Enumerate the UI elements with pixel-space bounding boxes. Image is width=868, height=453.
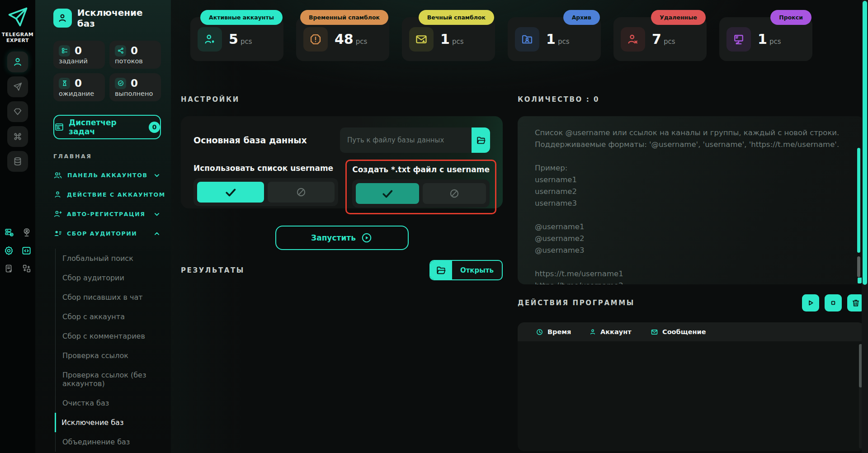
page-scrollbar-thumb[interactable]: [863, 1, 867, 285]
status-badge: Активные аккаунты: [200, 10, 283, 25]
rail-mini-icons: [4, 227, 32, 274]
toggle1-no-button[interactable]: [268, 182, 335, 203]
submenu-exclude-bases[interactable]: Исключение баз: [55, 413, 161, 432]
submenu-link-check[interactable]: Проверка ссылок: [56, 346, 161, 365]
stat-value: 0: [131, 77, 138, 89]
log-play-button[interactable]: [802, 294, 819, 311]
check-icon: [381, 187, 394, 200]
status-unit: pcs: [356, 38, 368, 46]
status-unit: pcs: [558, 38, 570, 46]
swap-boxes-icon[interactable]: [21, 263, 32, 274]
webcam-person-icon[interactable]: [21, 227, 32, 238]
document-check-icon[interactable]: [4, 263, 14, 274]
submenu-chat-writers[interactable]: Сбор писавших в чат: [56, 288, 161, 307]
status-badge: Удаленные: [651, 10, 706, 25]
stat-value: 0: [131, 45, 138, 57]
sidebar-section-label: ГЛАВНАЯ: [53, 153, 161, 160]
stat-tile-threads: 0 потоков: [109, 41, 161, 69]
database-icon: [13, 156, 23, 166]
chevron-up-icon: [153, 230, 161, 238]
code-window-icon[interactable]: [21, 245, 32, 256]
task-manager-badge: 0: [149, 122, 160, 133]
status-count: 7: [652, 31, 661, 47]
submenu-global-search[interactable]: Глобальный поиск: [56, 249, 161, 268]
placeholder-line: https://t.me/username2: [535, 280, 839, 284]
check-icon: [224, 185, 237, 199]
page-icon: [53, 9, 72, 28]
run-button[interactable]: Запустить: [275, 226, 409, 250]
status-card-archive: Архив 1pcs: [508, 17, 601, 61]
toggle-label: Создать *.txt файл с username: [352, 165, 490, 174]
status-count: 1: [440, 31, 450, 47]
gear-icon[interactable]: [4, 245, 14, 256]
chevron-down-icon: [153, 171, 161, 179]
status-card-perm-spamblock: Вечный спамблок 1pcs: [402, 17, 495, 61]
person-x-icon: [621, 27, 645, 52]
task-manager-label: Диспетчер задач: [69, 118, 144, 136]
chevron-down-icon: [153, 210, 161, 218]
column-label: Время: [547, 328, 571, 335]
placeholder-line: [535, 151, 839, 162]
textarea-scrollbar-thumb[interactable]: [857, 148, 860, 253]
placeholder-line: Поддерживаемые форматы: '@username', 'us…: [535, 139, 839, 151]
stat-label: ожидание: [59, 90, 99, 97]
folder-person-icon: [515, 27, 539, 52]
status-badge: Вечный спамблок: [419, 10, 494, 25]
share-icon: [115, 45, 126, 57]
rail-accounts-button[interactable]: [7, 52, 28, 72]
browse-db-button[interactable]: [472, 127, 490, 153]
column-message: Сообщение: [651, 328, 706, 336]
trash-icon: [851, 298, 860, 307]
task-manager-button[interactable]: Диспетчер задач 0: [53, 115, 161, 139]
stat-label: заданий: [59, 57, 99, 65]
results-heading: РЕЗУЛЬТАТЫ: [181, 266, 245, 274]
page-scrollbar[interactable]: [862, 0, 868, 453]
nav-accounts-panel[interactable]: ПАНЕЛЬ АККАУНТОВ: [53, 165, 161, 185]
status-unit: pcs: [769, 38, 781, 46]
placeholder-line: Список @username или ссылок на каналы и …: [535, 127, 839, 139]
submenu-link-check-no-accounts[interactable]: Проверка ссылок (без аккаунтов): [56, 365, 161, 393]
submenu-audience-collection[interactable]: Сбор аудитории: [56, 268, 161, 288]
log-stop-button[interactable]: [825, 294, 842, 311]
open-results-button[interactable]: Открыть: [429, 260, 503, 280]
status-count: 1: [758, 31, 767, 47]
server-check-icon[interactable]: [4, 227, 14, 238]
mail-icon: [651, 328, 658, 336]
nav-audience-collection[interactable]: СБОР АУДИТОРИИ: [53, 224, 161, 243]
toggle-label: Использовать список username: [193, 164, 338, 173]
stat-value: 0: [75, 45, 82, 57]
status-card-active-accounts: Активные аккаунты 5pcs: [190, 17, 283, 61]
placeholder-line: https://t.me/username1: [535, 268, 839, 280]
toggle1-yes-button[interactable]: [197, 182, 264, 203]
rail-send-button[interactable]: [7, 76, 28, 97]
nav-account-action[interactable]: ДЕЙСТВИЕ С АККАУНТОМ: [53, 185, 161, 204]
submenu-from-account[interactable]: Сбор с аккаунта: [56, 307, 161, 326]
stat-tile-done: 0 выполнено: [109, 73, 161, 101]
placeholder-line: @username1: [535, 221, 839, 233]
left-rail: TELEGRAM EXPERT: [0, 0, 35, 453]
db-path-input[interactable]: [340, 127, 472, 153]
toggle2-yes-button[interactable]: [356, 183, 419, 204]
program-actions-heading: ДЕЙСТВИЯ ПРОГРАММЫ: [518, 299, 635, 307]
page-title: Исключение баз: [77, 7, 161, 29]
rail-database-button[interactable]: [7, 151, 28, 172]
audience-submenu: Глобальный поиск Сбор аудитории Сбор пис…: [55, 249, 161, 452]
username-list-textarea[interactable]: Список @username или ссылок на каналы и …: [518, 116, 864, 284]
toggle2-no-button[interactable]: [423, 183, 486, 204]
submenu-merge-bases[interactable]: Объединение баз: [56, 432, 161, 452]
rail-command-button[interactable]: [7, 126, 28, 147]
placeholder-line: username2: [535, 186, 839, 198]
play-icon: [806, 298, 815, 307]
rail-premium-button[interactable]: [7, 101, 28, 122]
textarea-scrollbar[interactable]: [857, 120, 860, 281]
placeholder-line: @username3: [535, 245, 839, 256]
submenu-clean-bases[interactable]: Очистка баз: [56, 393, 161, 413]
stop-icon: [829, 298, 838, 307]
person-icon: [53, 190, 62, 199]
program-log-table: Время Аккаунт Сообщение: [518, 322, 864, 451]
textarea-scrollbar-thumb-secondary[interactable]: [857, 256, 860, 277]
stat-tile-waiting: 0 ожидание: [53, 73, 105, 101]
submenu-from-comments[interactable]: Сбор с комментариев: [56, 326, 161, 346]
status-badge: Временный спамблок: [300, 10, 388, 25]
nav-auto-registration[interactable]: АВТО-РЕГИСТРАЦИЯ: [53, 204, 161, 224]
